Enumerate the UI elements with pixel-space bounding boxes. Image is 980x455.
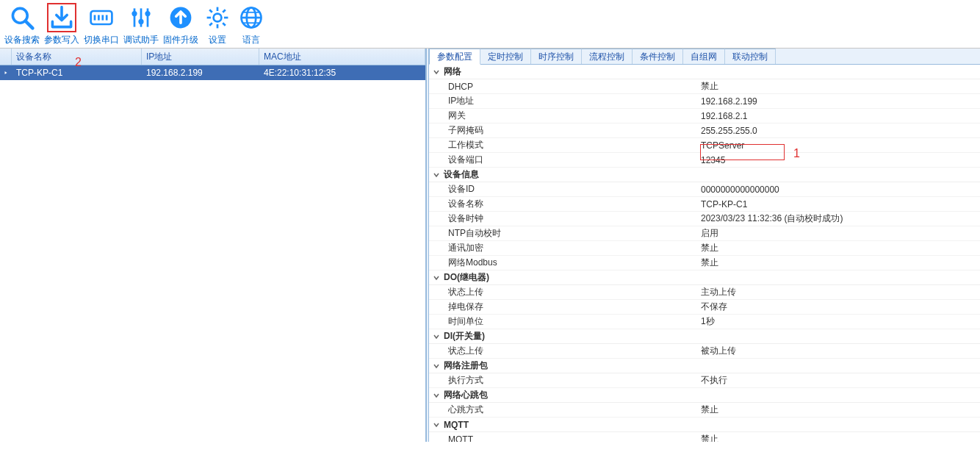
property-grid: 网络DHCP禁止IP地址192.168.2.199网关192.168.2.1子网… [429, 65, 980, 442]
device-row[interactable]: TCP-KP-C1 192.168.2.199 4E:22:10:31:12:3… [0, 65, 425, 80]
sliders-icon [126, 3, 156, 32]
prop-label: 子网掩码 [429, 124, 701, 137]
prop-group[interactable]: 网络注册包 [429, 359, 980, 373]
toolbar-label: 语言 [242, 34, 260, 46]
prop-label: 状态上传 [429, 345, 701, 357]
prop-row[interactable]: 状态上传被动上传 [429, 344, 980, 359]
tab-3[interactable]: 流程控制 [582, 49, 633, 64]
annotation-box-1 [700, 144, 785, 160]
prop-row[interactable]: IP地址192.168.2.199 [429, 94, 980, 109]
prop-row[interactable]: 网关192.168.2.1 [429, 109, 980, 123]
prop-label: NTP自动校时 [429, 227, 701, 240]
device-table-header: 设备名称 IP地址 MAC地址 [0, 49, 425, 65]
prop-label: 时间单位 [429, 315, 701, 328]
toolbar-debug[interactable]: 调试助手 [123, 3, 159, 46]
prop-label: 网络Modbus [429, 257, 701, 269]
toolbar-label: 切换串口 [84, 34, 119, 46]
prop-group[interactable]: 网络 [429, 65, 980, 79]
prop-group[interactable]: DO(继电器) [429, 271, 980, 285]
chevron-down-icon [432, 420, 441, 429]
prop-value: 不保存 [701, 301, 980, 313]
prop-row[interactable]: 网络Modbus禁止 [429, 256, 980, 271]
prop-label: IP地址 [429, 95, 701, 107]
prop-value: 192.168.2.199 [701, 96, 980, 107]
tab-2[interactable]: 时序控制 [531, 49, 582, 64]
annotation-1: 1 [793, 147, 800, 160]
toolbar: 设备搜索 参数写入 切换串口 调试助手 固件升级 设置 语言 [0, 0, 980, 48]
svg-line-21 [223, 10, 226, 12]
prop-value: 1秒 [701, 315, 980, 328]
tab-6[interactable]: 联动控制 [725, 49, 776, 64]
group-title: 网络心跳包 [444, 389, 488, 401]
svg-line-20 [223, 23, 226, 26]
toolbar-label: 设备搜索 [4, 34, 40, 46]
annotation-2: 2 [75, 56, 82, 69]
prop-row[interactable]: 设备时钟2023/03/23 11:32:36 (自动校时成功) [429, 212, 980, 226]
prop-label: 状态上传 [429, 286, 701, 298]
prop-value: 192.168.2.1 [701, 111, 980, 121]
prop-group[interactable]: MQTT [429, 418, 980, 432]
group-title: 设备信息 [444, 168, 479, 181]
cell-ip: 192.168.2.199 [142, 66, 259, 79]
group-title: 网络 [444, 65, 461, 78]
prop-row[interactable]: 子网掩码255.255.255.0 [429, 123, 980, 138]
prop-label: 设备名称 [429, 198, 701, 210]
toolbar-label: 调试助手 [123, 34, 159, 46]
prop-label: 掉电保存 [429, 301, 701, 313]
prop-row[interactable]: DHCP禁止 [429, 79, 980, 94]
toolbar-label: 设置 [209, 34, 226, 46]
prop-label: MQTT [429, 434, 701, 443]
group-title: MQTT [444, 420, 469, 430]
prop-value: 主动上传 [701, 286, 980, 298]
download-icon [47, 3, 76, 32]
prop-row[interactable]: NTP自动校时启用 [429, 226, 980, 241]
chevron-down-icon [432, 391, 441, 400]
prop-value: 禁止 [701, 404, 980, 416]
toolbar-write[interactable]: 参数写入 [44, 3, 79, 46]
chevron-down-icon [432, 171, 441, 179]
prop-label: 心跳方式 [429, 404, 701, 416]
prop-row[interactable]: 设备ID0000000000000000 [429, 182, 980, 197]
prop-value: TCP-KP-C1 [701, 199, 980, 209]
svg-point-12 [145, 11, 150, 16]
prop-row[interactable]: MQTT禁止 [429, 432, 980, 442]
chevron-down-icon [432, 332, 441, 341]
prop-group[interactable]: 设备信息 [429, 168, 980, 182]
prop-row[interactable]: 执行方式不执行 [429, 373, 980, 388]
row-indicator-header [0, 49, 12, 65]
group-title: 网络注册包 [444, 359, 488, 372]
header-mac[interactable]: MAC地址 [259, 49, 425, 65]
header-ip[interactable]: IP地址 [142, 49, 259, 65]
prop-row[interactable]: 设备名称TCP-KP-C1 [429, 197, 980, 212]
prop-group[interactable]: 网络心跳包 [429, 388, 980, 403]
svg-line-22 [209, 23, 212, 26]
tab-4[interactable]: 条件控制 [633, 49, 683, 64]
prop-row[interactable]: 掉电保存不保存 [429, 300, 980, 315]
prop-value: 不执行 [701, 374, 980, 387]
tab-5[interactable]: 自组网 [683, 49, 725, 64]
group-title: DO(继电器) [444, 271, 489, 284]
prop-label: 执行方式 [429, 374, 701, 387]
prop-label: 设备端口 [429, 154, 701, 166]
config-pane: 参数配置定时控制时序控制流程控制条件控制自组网联动控制 网络DHCP禁止IP地址… [429, 49, 980, 442]
cell-mac: 4E:22:10:31:12:35 [259, 66, 425, 79]
prop-value: 禁止 [701, 433, 980, 442]
prop-value: 2023/03/23 11:32:36 (自动校时成功) [701, 212, 980, 225]
chevron-down-icon [432, 362, 441, 370]
tab-0[interactable]: 参数配置 [429, 49, 480, 65]
prop-label: 网关 [429, 110, 701, 122]
toolbar-serial[interactable]: 切换串口 [84, 3, 119, 46]
toolbar-search[interactable]: 设备搜索 [4, 3, 40, 46]
prop-group[interactable]: DI(开关量) [429, 329, 980, 344]
prop-row[interactable]: 时间单位1秒 [429, 315, 980, 329]
prop-label: 通讯加密 [429, 242, 701, 254]
prop-label: DHCP [429, 82, 701, 92]
prop-row[interactable]: 心跳方式禁止 [429, 403, 980, 418]
prop-row[interactable]: 状态上传主动上传 [429, 285, 980, 300]
toolbar-settings[interactable]: 设置 [203, 3, 232, 46]
prop-row[interactable]: 通讯加密禁止 [429, 241, 980, 256]
toolbar-upgrade[interactable]: 固件升级 [163, 3, 198, 46]
toolbar-language[interactable]: 语言 [237, 3, 266, 46]
prop-value: 禁止 [701, 257, 980, 269]
tab-1[interactable]: 定时控制 [480, 49, 531, 64]
